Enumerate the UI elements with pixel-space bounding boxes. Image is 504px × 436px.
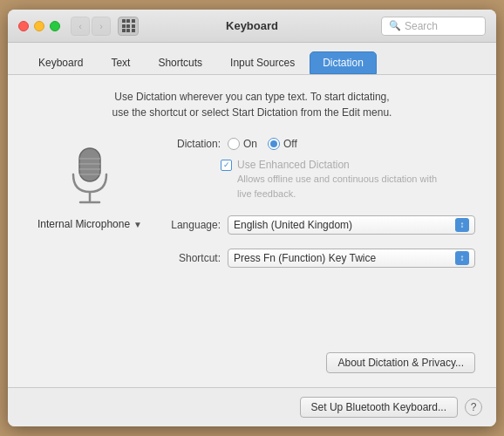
controls-section: Dictation: On Off (151, 134, 475, 342)
enhanced-dictation-label: Use Enhanced Dictation (237, 159, 350, 171)
tab-input-sources[interactable]: Input Sources (217, 51, 308, 74)
about-dictation-button[interactable]: About Dictation & Privacy... (326, 352, 475, 373)
description-text: Use Dictation wherever you can type text… (29, 89, 475, 120)
maximize-button[interactable] (50, 21, 60, 31)
titlebar: ‹ › Keyboard 🔍 Search (8, 10, 496, 43)
nav-arrows: ‹ › (71, 17, 111, 36)
dictation-on-radio[interactable] (228, 138, 240, 150)
main-section: Internal Microphone ▼ Dictation: On (29, 134, 475, 342)
search-icon: 🔍 (389, 20, 401, 31)
dictation-off-option[interactable]: Off (268, 138, 297, 150)
tab-text[interactable]: Text (98, 51, 143, 74)
dictation-off-label: Off (283, 138, 297, 150)
language-value: English (United Kingdom) (234, 219, 455, 231)
bottom-right-buttons: Set Up Bluetooth Keyboard... ? (300, 397, 482, 418)
language-row: Language: English (United Kingdom) ↕ (151, 215, 475, 235)
main-content: Use Dictation wherever you can type text… (8, 74, 496, 387)
window-title: Keyboard (226, 19, 278, 32)
enhanced-desc-2: live feedback. (237, 187, 475, 201)
language-label: Language: (151, 219, 221, 231)
dictation-on-option[interactable]: On (228, 138, 257, 150)
microphone-selector[interactable]: Internal Microphone ▼ (37, 218, 142, 230)
traffic-lights (18, 21, 60, 31)
show-all-button[interactable] (118, 17, 139, 36)
dictation-row: Dictation: On Off (151, 138, 475, 150)
check-icon: ✓ (223, 161, 230, 169)
shortcut-label: Shortcut: (151, 252, 221, 264)
close-button[interactable] (18, 21, 29, 31)
enhanced-checkbox-row: ✓ Use Enhanced Dictation (221, 159, 475, 171)
enhanced-desc-1: Allows offline use and continuous dictat… (237, 173, 475, 186)
setup-bluetooth-button[interactable]: Set Up Bluetooth Keyboard... (300, 397, 458, 418)
dictation-label: Dictation: (151, 138, 221, 150)
language-dropdown-arrow-icon: ↕ (455, 218, 469, 232)
keyboard-preferences-window: ‹ › Keyboard 🔍 Search Keyboard Text Shor… (8, 10, 496, 426)
minimize-button[interactable] (34, 21, 44, 31)
language-dropdown[interactable]: English (United Kingdom) ↕ (228, 215, 475, 235)
search-box[interactable]: 🔍 Search (381, 17, 486, 36)
svg-rect-0 (79, 148, 100, 181)
shortcut-row: Shortcut: Press Fn (Function) Key Twice … (151, 249, 475, 268)
microphone-icon (59, 141, 120, 211)
search-placeholder: Search (405, 20, 438, 32)
shortcut-dropdown-arrow-icon: ↕ (455, 251, 469, 265)
microphone-label: Internal Microphone (37, 218, 130, 230)
tab-keyboard[interactable]: Keyboard (25, 51, 96, 74)
tabs-bar: Keyboard Text Shortcuts Input Sources Di… (8, 43, 496, 74)
dictation-radio-group: On Off (228, 138, 297, 150)
enhanced-dictation-section: ✓ Use Enhanced Dictation Allows offline … (221, 159, 475, 201)
tab-dictation[interactable]: Dictation (310, 51, 377, 74)
back-button[interactable]: ‹ (71, 17, 90, 36)
dictation-off-radio[interactable] (268, 138, 280, 150)
bottom-bar: Set Up Bluetooth Keyboard... ? (8, 387, 496, 426)
microphone-chevron-icon: ▼ (133, 220, 142, 229)
forward-button[interactable]: › (92, 17, 111, 36)
help-button[interactable]: ? (465, 399, 482, 416)
enhanced-dictation-checkbox[interactable]: ✓ (221, 160, 232, 171)
dictation-on-label: On (243, 138, 257, 150)
shortcut-dropdown[interactable]: Press Fn (Function) Key Twice ↕ (228, 249, 475, 268)
shortcut-value: Press Fn (Function) Key Twice (234, 252, 455, 264)
microphone-section: Internal Microphone ▼ (29, 134, 151, 342)
tab-shortcuts[interactable]: Shortcuts (145, 51, 215, 74)
